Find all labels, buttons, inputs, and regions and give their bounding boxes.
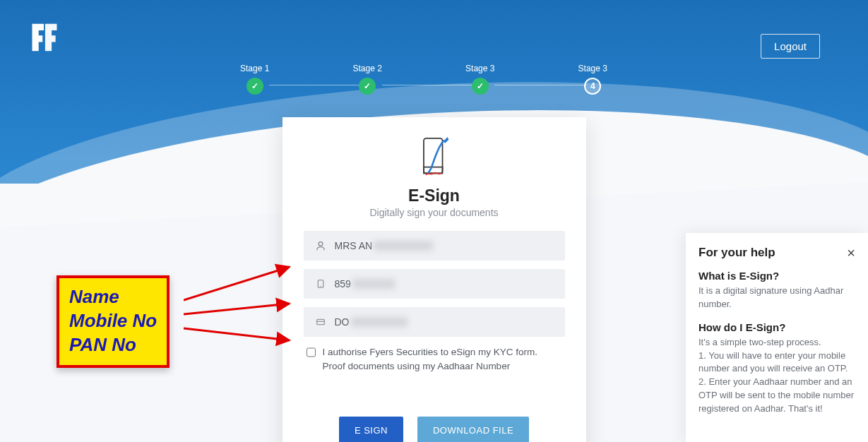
help-question-2: How do I E-Sign?: [698, 321, 855, 333]
progress-stepper: Stage 1 ✓ Stage 2 ✓ Stage 3 ✓ Stage 3 4: [240, 64, 607, 95]
annotation-line-1: Name: [69, 285, 157, 309]
step-label: Stage 3: [465, 64, 494, 73]
help-question-1: What is E-Sign?: [698, 270, 855, 282]
person-icon: [315, 240, 326, 251]
card-subtitle: Digitally sign your documents: [304, 207, 565, 218]
masked-text: [351, 317, 408, 327]
step-label: Stage 2: [353, 64, 382, 73]
step-connector: [494, 85, 586, 85]
pan-value: DO: [335, 316, 408, 328]
step-2: Stage 2 ✓: [353, 64, 382, 95]
annotation-callout: Name Mobile No PAN No: [57, 275, 170, 368]
mobile-icon: [315, 278, 326, 289]
step-connector: [269, 85, 361, 85]
svg-line-10: [184, 304, 290, 314]
step-circle: ✓: [246, 78, 263, 95]
authorise-row: I authorise Fyers Securities to eSign my…: [304, 345, 565, 373]
step-4: Stage 3 4: [578, 64, 607, 95]
svg-rect-7: [316, 319, 324, 325]
brand-logo: [28, 21, 61, 56]
svg-rect-3: [423, 167, 442, 174]
esign-illustration: [304, 136, 565, 184]
logo-icon: [28, 21, 61, 54]
step-circle: 4: [584, 78, 601, 95]
step-connector: [382, 85, 474, 85]
mobile-value: 859: [335, 278, 395, 289]
step-label: Stage 3: [578, 64, 607, 73]
help-answer-2: It's a simple two-step process. 1. You w…: [698, 336, 855, 416]
help-close-button[interactable]: ×: [847, 246, 855, 260]
svg-marker-1: [45, 24, 57, 52]
help-answer-1: It is a digital signature using Aadhar n…: [698, 285, 855, 311]
name-value: MRS AN: [335, 240, 434, 251]
name-field: MRS AN: [304, 231, 565, 261]
step-label: Stage 1: [240, 64, 269, 73]
pan-field: DO: [304, 307, 565, 337]
step-3: Stage 3 ✓: [465, 64, 494, 95]
help-title: For your help: [698, 246, 775, 260]
card-icon: [315, 316, 326, 328]
svg-point-6: [320, 286, 321, 287]
masked-text: [352, 279, 395, 289]
mobile-field: 859: [304, 269, 565, 299]
step-circle: ✓: [472, 78, 489, 95]
help-panel: For your help × What is E-Sign? It is a …: [686, 233, 868, 442]
authorise-label: I authorise Fyers Securities to eSign my…: [323, 345, 562, 373]
svg-point-4: [319, 242, 323, 246]
download-button[interactable]: DOWNLOAD FILE: [417, 417, 529, 442]
annotation-line-3: PAN No: [69, 333, 157, 357]
svg-line-11: [184, 328, 290, 340]
esign-card: E-Sign Digitally sign your documents MRS…: [283, 117, 586, 442]
esign-button[interactable]: E SIGN: [339, 417, 403, 442]
logout-button[interactable]: Logout: [761, 34, 820, 59]
masked-text: [374, 241, 433, 251]
step-circle: ✓: [359, 78, 376, 95]
svg-marker-0: [32, 24, 44, 52]
authorise-checkbox[interactable]: [307, 347, 316, 357]
card-title: E-Sign: [304, 186, 565, 205]
svg-line-9: [184, 267, 290, 300]
annotation-line-2: Mobile No: [69, 309, 157, 333]
svg-rect-2: [423, 138, 442, 174]
step-1: Stage 1 ✓: [240, 64, 269, 95]
